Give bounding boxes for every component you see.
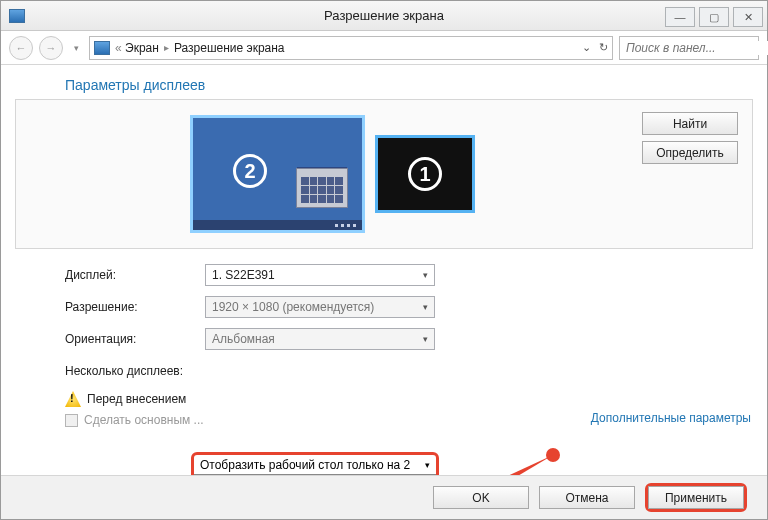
close-button[interactable]: ✕ xyxy=(733,7,763,27)
monitor-thumbnail-2[interactable]: 2 xyxy=(190,115,365,233)
monitor-number: 2 xyxy=(233,154,267,188)
content-area: Параметры дисплеев 2 1 Найти Определить xyxy=(1,65,767,475)
svg-point-0 xyxy=(546,448,560,462)
monitor-thumbnail-1[interactable]: 1 xyxy=(375,135,475,213)
identify-button[interactable]: Определить xyxy=(642,141,738,164)
chevron-down-icon: ▾ xyxy=(423,270,428,280)
breadcrumb-separator-icon: ▸ xyxy=(164,42,169,53)
chevron-down-icon: ▾ xyxy=(423,334,428,344)
dialog-footer: OK Отмена Применить xyxy=(1,475,767,519)
search-box[interactable]: 🔍 xyxy=(619,36,759,60)
breadcrumb-item[interactable]: Экран xyxy=(125,41,159,55)
display-select[interactable]: 1. S22E391▾ xyxy=(205,264,435,286)
warning-row: Перед внесением xyxy=(65,391,753,407)
chevron-down-icon: ▾ xyxy=(423,302,428,312)
warning-text: Перед внесением xyxy=(87,392,186,406)
nav-back-button[interactable]: ← xyxy=(9,36,33,60)
window-title: Разрешение экрана xyxy=(324,8,444,23)
search-input[interactable] xyxy=(626,41,768,55)
breadcrumb-item[interactable]: Разрешение экрана xyxy=(174,41,285,55)
warning-icon xyxy=(65,391,81,407)
orientation-label: Ориентация: xyxy=(65,332,205,346)
display-icon xyxy=(94,41,110,55)
minimize-button[interactable]: — xyxy=(665,7,695,27)
control-panel-window: Разрешение экрана — ▢ ✕ ← → ▾ « Экран ▸ … xyxy=(0,0,768,520)
multiple-displays-label: Несколько дисплеев: xyxy=(65,364,205,378)
cancel-button[interactable]: Отмена xyxy=(539,486,635,509)
ok-button[interactable]: OK xyxy=(433,486,529,509)
address-bar[interactable]: « Экран ▸ Разрешение экрана ⌄↻ xyxy=(89,36,613,60)
display-preview: 2 1 Найти Определить xyxy=(15,99,753,249)
settings-form: Дисплей: 1. S22E391▾ Разрешение: 1920 × … xyxy=(65,259,753,387)
annotation-arrow-icon xyxy=(431,445,561,475)
orientation-select[interactable]: Альбомная▾ xyxy=(205,328,435,350)
multiple-displays-select[interactable]: Отобразить рабочий стол только на 2 ▾ Ду… xyxy=(191,452,439,475)
navbar: ← → ▾ « Экран ▸ Разрешение экрана ⌄↻ 🔍 xyxy=(1,31,767,65)
titlebar: Разрешение экрана — ▢ ✕ xyxy=(1,1,767,31)
make-primary-checkbox[interactable] xyxy=(65,414,78,427)
refresh-icon[interactable]: ↻ xyxy=(599,41,608,54)
monitor-number: 1 xyxy=(408,157,442,191)
resolution-select[interactable]: 1920 × 1080 (рекомендуется)▾ xyxy=(205,296,435,318)
display-label: Дисплей: xyxy=(65,268,205,282)
app-icon xyxy=(9,9,25,23)
advanced-settings-link[interactable]: Дополнительные параметры xyxy=(591,411,751,425)
multiple-displays-value: Отобразить рабочий стол только на 2 xyxy=(200,458,410,472)
find-button[interactable]: Найти xyxy=(642,112,738,135)
address-dropdown-icon[interactable]: ⌄ xyxy=(582,41,591,54)
nav-history-dropdown[interactable]: ▾ xyxy=(69,43,83,53)
apply-button[interactable]: Применить xyxy=(648,486,744,509)
chevron-down-icon: ▾ xyxy=(425,460,430,470)
maximize-button[interactable]: ▢ xyxy=(699,7,729,27)
page-heading: Параметры дисплеев xyxy=(65,77,753,93)
make-primary-label: Сделать основным ... xyxy=(84,413,204,427)
nav-forward-button[interactable]: → xyxy=(39,36,63,60)
resolution-label: Разрешение: xyxy=(65,300,205,314)
